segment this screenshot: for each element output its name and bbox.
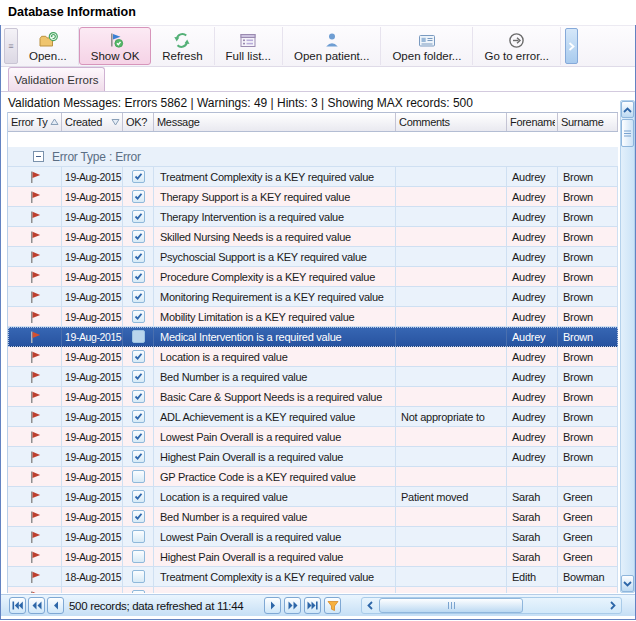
ok-checkbox-checked[interactable] <box>132 290 145 303</box>
table-row[interactable]: 19-Aug-2015Location is a required valueA… <box>8 347 618 367</box>
message-cell: Lowest Pain Overall is a required value <box>154 427 396 447</box>
toolbar-grip[interactable]: ≡ <box>4 28 18 64</box>
toolbar-button-open-folder[interactable]: Open folder... <box>381 27 473 65</box>
next-record-button[interactable] <box>264 597 281 614</box>
toolbar-button-full-list[interactable]: Full list... <box>215 27 283 65</box>
message-cell: Basic Care & Support Needs is a required… <box>154 387 396 407</box>
tab-validation-errors[interactable]: Validation Errors <box>8 67 105 91</box>
surname-cell: Brown <box>558 287 618 307</box>
created-cell: 19-Aug-2015 <box>62 167 123 187</box>
toolbar-button-refresh[interactable]: Refresh <box>151 27 214 65</box>
column-header-forename[interactable]: Forename <box>507 113 558 131</box>
created-cell: 19-Aug-2015 <box>62 487 123 507</box>
toolbar-button-open-patient[interactable]: Open patient... <box>283 27 381 65</box>
table-row[interactable]: 19-Aug-2015Monitoring Requirement is a K… <box>8 287 618 307</box>
toolbar-button-go-to-error[interactable]: Go to error... <box>473 27 561 65</box>
table-row[interactable]: 19-Aug-2015Location is a required valueP… <box>8 487 618 507</box>
scroll-down-button[interactable] <box>621 575 634 592</box>
table-row[interactable]: 19-Aug-2015Highest Pain Overall is a req… <box>8 547 618 567</box>
ok-checkbox-checked[interactable] <box>132 170 145 183</box>
table-row[interactable]: 19-Aug-2015Mobility Limitation is a KEY … <box>8 307 618 327</box>
full-list-icon <box>239 32 257 49</box>
column-header-ok[interactable]: OK? <box>123 113 154 131</box>
ok-checkbox-checked[interactable] <box>132 270 145 283</box>
column-header-label: Surname <box>561 116 615 128</box>
ok-checkbox-checked[interactable] <box>132 410 145 423</box>
scroll-right-button[interactable] <box>605 598 621 613</box>
ok-checkbox-checked[interactable] <box>132 310 145 323</box>
horizontal-scroll-thumb[interactable] <box>379 598 523 613</box>
table-row[interactable]: 19-Aug-2015Treatment Complexity is a KEY… <box>8 167 618 187</box>
ok-checkbox-checked[interactable] <box>132 490 145 503</box>
created-cell: 19-Aug-2015 <box>62 267 123 287</box>
ok-checkbox-checked[interactable] <box>132 510 145 523</box>
table-row[interactable]: 19-Aug-2015Bed Number is a required valu… <box>8 367 618 387</box>
table-row[interactable]: 19-Aug-2015ADL Achievement is a KEY requ… <box>8 407 618 427</box>
ok-checkbox-unchecked[interactable] <box>132 330 145 343</box>
column-header-comments[interactable]: Comments <box>396 113 507 131</box>
table-row[interactable]: 19-Aug-2015Bed Number is a required valu… <box>8 507 618 527</box>
message-text: Therapy Support is a KEY required value <box>160 191 350 203</box>
table-row[interactable]: 18-Aug-2015Therapy Support is a KEY requ… <box>8 587 618 593</box>
column-header-surname[interactable]: Surname <box>558 113 618 131</box>
ok-checkbox-checked[interactable] <box>132 450 145 463</box>
created-date: 19-Aug-2015 <box>65 191 121 203</box>
table-row[interactable]: 18-Aug-2015Treatment Complexity is a KEY… <box>8 567 618 587</box>
scroll-left-button[interactable] <box>362 598 378 613</box>
table-row[interactable]: 19-Aug-2015Therapy Intervention is a req… <box>8 207 618 227</box>
ok-checkbox-checked[interactable] <box>132 250 145 263</box>
tab-strip: Validation Errors <box>1 67 635 92</box>
prev-record-button[interactable] <box>47 597 64 614</box>
horizontal-scrollbar[interactable] <box>361 597 622 614</box>
table-row[interactable]: 19-Aug-2015GP Practice Code is a KEY req… <box>8 467 618 487</box>
column-header-error-ty[interactable]: Error Ty <box>8 113 62 131</box>
prev-page-button[interactable] <box>28 597 45 614</box>
toolbar-overflow-button[interactable] <box>565 28 578 64</box>
ok-checkbox-unchecked[interactable] <box>132 530 145 543</box>
table-row[interactable]: 19-Aug-2015Lowest Pain Overall is a requ… <box>8 427 618 447</box>
ok-checkbox-unchecked[interactable] <box>132 470 145 483</box>
collapse-group-icon[interactable] <box>33 151 44 162</box>
error-type-cell <box>8 227 62 247</box>
ok-checkbox-checked[interactable] <box>132 390 145 403</box>
table-row[interactable]: 19-Aug-2015Psychoscial Support is a KEY … <box>8 247 618 267</box>
surname-cell: Brown <box>558 227 618 247</box>
toolbar-button-open[interactable]: Open... <box>18 27 79 65</box>
table-row[interactable]: 19-Aug-2015Medical Intervention is a req… <box>8 327 618 347</box>
ok-checkbox-checked[interactable] <box>132 210 145 223</box>
vertical-scrollbar[interactable] <box>620 100 635 593</box>
ok-checkbox-checked[interactable] <box>132 370 145 383</box>
scroll-up-button[interactable] <box>621 101 634 118</box>
table-row[interactable]: 19-Aug-2015Procedure Complexity is a KEY… <box>8 267 618 287</box>
table-row[interactable]: 19-Aug-2015Skilled Nursing Needs is a re… <box>8 227 618 247</box>
ok-checkbox-checked[interactable] <box>132 230 145 243</box>
forename-text: Audrey <box>512 271 545 283</box>
column-header-message[interactable]: Message <box>154 113 396 131</box>
surname-text: Brown <box>563 251 593 263</box>
ok-checkbox-checked[interactable] <box>132 190 145 203</box>
ok-checkbox-checked[interactable] <box>132 350 145 363</box>
vertical-scroll-thumb[interactable] <box>621 119 634 147</box>
last-record-button[interactable] <box>304 597 321 614</box>
group-row[interactable]: Error Type : Error <box>8 147 618 167</box>
column-header-created[interactable]: Created <box>62 113 123 131</box>
ok-cell <box>123 487 154 507</box>
message-text: ADL Achievement is a KEY required value <box>160 411 355 423</box>
toolbar-button-show-ok[interactable]: Show OK <box>79 27 152 65</box>
table-row[interactable]: 19-Aug-2015Basic Care & Support Needs is… <box>8 387 618 407</box>
table-row[interactable]: 19-Aug-2015Therapy Support is a KEY requ… <box>8 187 618 207</box>
table-row[interactable]: 19-Aug-2015Lowest Pain Overall is a requ… <box>8 527 618 547</box>
forename-text: Audrey <box>512 291 545 303</box>
first-record-button[interactable] <box>9 597 26 614</box>
table-row[interactable]: 19-Aug-2015Highest Pain Overall is a req… <box>8 447 618 467</box>
next-page-button[interactable] <box>284 597 301 614</box>
ok-checkbox-unchecked[interactable] <box>132 570 145 583</box>
ok-cell <box>123 427 154 447</box>
forename-cell <box>507 467 558 487</box>
comments-cell <box>396 467 507 487</box>
ok-checkbox-unchecked[interactable] <box>132 590 145 593</box>
filter-button[interactable] <box>324 597 341 614</box>
ok-checkbox-checked[interactable] <box>132 430 145 443</box>
created-cell: 19-Aug-2015 <box>62 467 123 487</box>
ok-checkbox-unchecked[interactable] <box>132 550 145 563</box>
